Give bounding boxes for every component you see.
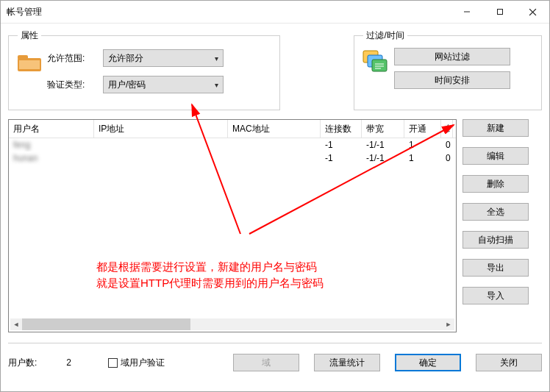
account-manager-window: 帐号管理 属性 — [0, 0, 550, 392]
cell-extra: 0 — [441, 152, 453, 165]
traffic-stats-button[interactable]: 流量统计 — [314, 354, 380, 371]
allow-range-value: 允许部分 — [108, 52, 143, 65]
col-ip[interactable]: IP地址 — [94, 120, 228, 138]
chevron-down-icon: ▾ — [215, 81, 218, 89]
cell-extra: 0 — [441, 138, 453, 152]
user-count-value: 2 — [66, 357, 71, 368]
col-open[interactable]: 开通 — [404, 120, 441, 138]
windows-stack-icon — [362, 49, 388, 73]
annotation-line2: 就是设置HTTP代理时需要用到的用户名与密码 — [96, 275, 324, 291]
col-mac[interactable]: MAC地址 — [228, 120, 321, 138]
attributes-group: 属性 允许范围: 允许部分 ▾ — [8, 29, 280, 110]
close-dialog-button[interactable]: 关闭 — [476, 354, 542, 371]
allow-range-label: 允许范围: — [47, 52, 91, 65]
autoscan-button[interactable]: 自动扫描 — [463, 231, 529, 249]
annotation-text: 都是根据需要进行设置，新建的用户名与密码 就是设置HTTP代理时需要用到的用户名… — [96, 259, 324, 291]
cell-bw: -1/-1 — [362, 152, 404, 165]
cell-username: hunan — [9, 152, 94, 165]
svg-rect-9 — [372, 60, 387, 71]
auth-type-label: 验证类型: — [47, 79, 91, 91]
scroll-left-arrow-icon[interactable]: ◄ — [10, 318, 22, 330]
folder-icon — [16, 52, 43, 73]
ok-button[interactable]: 确定 — [395, 354, 461, 371]
maximize-button[interactable] — [483, 1, 516, 23]
table-row[interactable]: hunan -1 -1/-1 1 0 — [9, 152, 456, 165]
close-button[interactable] — [516, 1, 549, 23]
domain-button: 域 — [233, 354, 299, 371]
col-extra[interactable]: 纟 — [441, 120, 453, 138]
import-button[interactable]: 导入 — [463, 287, 529, 304]
table-row[interactable]: feng -1 -1/-1 1 0 — [9, 138, 456, 152]
cell-mac — [228, 138, 321, 152]
divider — [8, 343, 542, 343]
cell-open: 1 — [404, 138, 441, 152]
titlebar: 帐号管理 — [1, 1, 549, 24]
cell-conn: -1 — [321, 138, 362, 152]
svg-rect-5 — [18, 55, 28, 60]
domain-auth-checkbox[interactable]: 域用户验证 — [108, 357, 165, 369]
cell-bw: -1/-1 — [362, 138, 404, 152]
cell-ip — [94, 152, 228, 165]
filter-time-group: 过滤/时间 网站过滤 时间安排 — [354, 29, 542, 110]
cell-mac — [228, 152, 321, 165]
chevron-down-icon: ▾ — [215, 54, 218, 63]
delete-button[interactable]: 删除 — [463, 175, 529, 193]
col-username[interactable]: 用户名 — [9, 120, 94, 138]
allow-range-select[interactable]: 允许部分 ▾ — [103, 49, 224, 67]
domain-auth-label: 域用户验证 — [121, 357, 165, 369]
edit-button[interactable]: 编辑 — [463, 147, 529, 165]
col-connections[interactable]: 连接数 — [321, 120, 362, 138]
svg-rect-1 — [497, 10, 502, 15]
table-header: 用户名 IP地址 MAC地址 连接数 带宽 开通 纟 — [9, 120, 456, 138]
user-count-label: 用户数: — [8, 357, 37, 369]
select-all-button[interactable]: 全选 — [463, 203, 529, 221]
scroll-right-arrow-icon[interactable]: ► — [443, 318, 454, 330]
attributes-legend: 属性 — [18, 29, 41, 42]
window-controls — [450, 1, 549, 23]
annotation-line1: 都是根据需要进行设置，新建的用户名与密码 — [96, 259, 324, 275]
export-button[interactable]: 导出 — [463, 259, 529, 277]
cell-username: feng — [9, 138, 94, 152]
cell-open: 1 — [404, 152, 441, 165]
window-title: 帐号管理 — [7, 6, 42, 18]
auth-type-value: 用户/密码 — [108, 79, 146, 91]
horizontal-scrollbar[interactable]: ◄ ► — [10, 318, 454, 330]
col-bandwidth[interactable]: 带宽 — [362, 120, 404, 138]
side-button-column: 新建 编辑 删除 全选 自动扫描 导出 导入 — [463, 119, 529, 332]
cell-ip — [94, 138, 228, 152]
cell-conn: -1 — [321, 152, 362, 165]
scroll-thumb[interactable] — [22, 318, 190, 330]
site-filter-button[interactable]: 网站过滤 — [394, 48, 510, 65]
filter-time-legend: 过滤/时间 — [363, 29, 407, 42]
svg-rect-6 — [19, 60, 40, 69]
accounts-table[interactable]: 用户名 IP地址 MAC地址 连接数 带宽 开通 纟 feng -1 -1/-1… — [8, 119, 457, 332]
minimize-button[interactable] — [450, 1, 483, 23]
scroll-track[interactable] — [22, 318, 443, 330]
schedule-button[interactable]: 时间安排 — [394, 71, 510, 89]
new-button[interactable]: 新建 — [463, 119, 529, 137]
checkbox-box-icon — [108, 358, 118, 368]
auth-type-select[interactable]: 用户/密码 ▾ — [103, 76, 224, 93]
